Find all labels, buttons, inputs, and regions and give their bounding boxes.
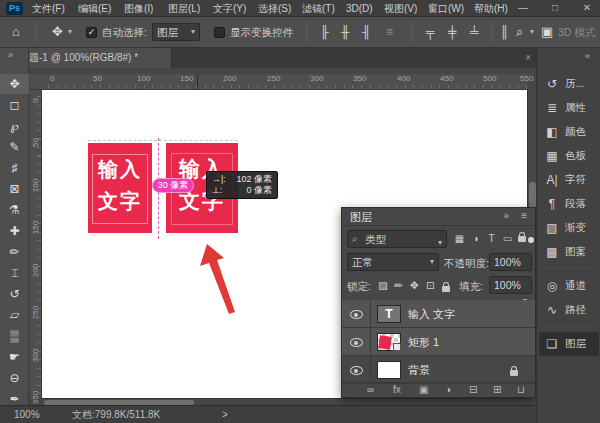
panel-tab-color[interactable]: ◧ 颜色 [539,120,599,144]
tool-lasso-icon[interactable]: ℘ [0,116,29,136]
visibility-eye-icon[interactable] [350,338,363,347]
tool-brush-icon[interactable]: ✏ [0,242,29,262]
tool-healing-icon[interactable]: ✚ [0,221,29,241]
panel-tab-paths[interactable]: ∿ 路径 [539,298,599,322]
filter-shape-layers-icon[interactable]: ▭ [500,230,515,248]
filter-type-layers-icon[interactable]: T [484,230,499,248]
text-layer-thumbnail[interactable]: T [377,305,401,323]
layer-row-text[interactable]: T 输入 文字 [342,300,535,328]
tool-preset-caret-icon[interactable]: ▾ [68,17,72,47]
tool-dodge-icon[interactable]: ⊖ [0,368,29,388]
visibility-eye-icon[interactable] [350,366,363,375]
panel-tab-channels[interactable]: ◎ 通道 [539,274,599,298]
adjustment-layer-icon[interactable]: ◑ [445,383,451,397]
move-tool-options-icon[interactable]: ✥ [52,17,63,47]
shape-layer-thumbnail[interactable] [377,333,401,351]
tool-move-icon[interactable]: ✥ [0,74,29,94]
filter-smart-object-icon[interactable] [514,230,529,248]
menu-3d[interactable]: 3D(D) [346,0,373,17]
layer-name[interactable]: 输入 文字 [408,307,455,322]
tool-gradient-icon[interactable]: ▒ [0,326,29,346]
auto-select-dropdown[interactable]: 图层 ▾ [152,23,200,41]
zoom-level[interactable]: 100% [14,406,40,423]
panel-tab-paragraph[interactable]: ¶ 段落 [539,192,599,216]
tab-close-icon[interactable]: × [525,48,531,68]
home-icon[interactable]: ⌂ [12,17,20,47]
tool-eyedropper-icon[interactable]: ⚗ [0,200,29,220]
align-right-icon[interactable]: ╢ [362,17,371,47]
dock-collapse-icon[interactable]: « [585,51,589,61]
lock-transparency-icon[interactable]: ▨ [378,279,388,291]
panel-tab-properties[interactable]: ≣ 属性 [539,96,599,120]
menu-image[interactable]: 图像(I) [124,0,153,17]
panel-tab-gradient[interactable]: ▧ 渐变 [539,216,599,240]
maximize-button[interactable]: □ [544,0,566,17]
status-chevron-icon[interactable]: > [222,406,228,423]
layer-name[interactable]: 矩形 1 [408,335,439,350]
layer-group-icon[interactable]: ⊟ [469,383,477,397]
menu-filter[interactable]: 滤镜(T) [302,0,335,17]
layer-filter-dropdown[interactable]: ⌕ 类型 ▾ [347,230,447,248]
tool-frame-icon[interactable]: ⊠ [0,179,29,199]
panel-menu-icon[interactable]: ≡ [521,210,527,221]
blend-mode-dropdown[interactable]: 正常 ▾ [347,253,439,271]
workspace-icon[interactable]: ▣ [541,17,553,47]
lock-artboard-icon[interactable]: ⊡ [426,279,435,291]
layer-mask-icon[interactable]: ▣ [419,383,428,397]
new-layer-icon[interactable]: ⊞ [493,383,501,397]
layer-row-rectangle[interactable]: 矩形 1 [342,328,535,356]
search-icon[interactable]: ⌕ [516,17,523,47]
panel-tab-swatches[interactable]: ▦ 色板 [539,144,599,168]
panel-tab-character[interactable]: A| 字符 [539,168,599,192]
menu-window[interactable]: 窗口(W) [428,0,464,17]
menu-edit[interactable]: 编辑(E) [78,0,111,17]
background-layer-thumbnail[interactable] [377,361,401,379]
opacity-dropdown[interactable]: 100% ▾ [489,253,532,271]
panel-collapse-icon[interactable]: » [503,210,509,221]
tool-stamp-icon[interactable]: ⌶ [0,263,29,283]
align-middle-icon[interactable]: ╪ [448,17,457,47]
align-bottom-icon[interactable]: ╧ [470,17,479,47]
align-top-icon[interactable]: ╤ [426,17,435,47]
lock-position-icon[interactable]: ✥ [410,279,419,291]
toolbar-collapse-icon[interactable]: » [8,50,12,60]
tool-eraser-icon[interactable]: ▱ [0,305,29,325]
horizontal-scrollbar[interactable] [42,398,527,405]
tool-marquee-icon[interactable]: ◻ [0,95,29,115]
vertical-scrollbar-thumb[interactable] [529,182,536,210]
lock-pixels-icon[interactable]: ✏ [394,279,403,291]
link-layers-icon[interactable]: ∞ [367,383,374,397]
panel-tab-pattern[interactable]: ▩ 图案 [539,240,599,264]
menu-select[interactable]: 选择(S) [258,0,291,17]
lock-all-icon[interactable] [442,282,450,294]
show-transform-checkbox[interactable] [214,27,225,38]
layer-row-background[interactable]: 背景 [342,356,535,384]
tool-crop-icon[interactable]: ♯ [0,158,29,178]
panel-tab-history[interactable]: ↺ 历... [539,72,599,96]
tool-quick-select-icon[interactable]: ✎ [0,137,29,157]
menu-help[interactable]: 帮助(H) [474,0,508,17]
auto-select-checkbox[interactable]: ✓ [86,27,97,38]
tool-smudge-icon[interactable]: ☛ [0,347,29,367]
layer-effects-icon[interactable]: fx [393,383,401,397]
filter-adjustment-layers-icon[interactable]: ◑ [468,230,483,248]
align-center-icon[interactable]: ╫ [341,17,350,47]
visibility-eye-icon[interactable] [350,310,363,319]
filter-pixel-layers-icon[interactable]: ▦ [452,230,467,248]
distribute-vertical-icon[interactable]: ║ [500,17,509,47]
filter-toggle-dot[interactable] [528,237,534,243]
align-left-icon[interactable]: ╟ [320,17,329,47]
panel-tab-layers[interactable]: ❏ 图层 [539,332,599,356]
menu-type[interactable]: 文字(Y) [213,0,246,17]
layers-panel-title[interactable]: 图层 [350,210,372,225]
distribute-horizontal-icon[interactable]: ≡ [386,17,393,47]
layer-name[interactable]: 背景 [408,363,430,378]
tool-history-brush-icon[interactable]: ↺ [0,284,29,304]
menu-layer[interactable]: 图层(L) [168,0,200,17]
menu-view[interactable]: 视图(V) [384,0,417,17]
minimize-button[interactable]: — [512,0,534,17]
close-button[interactable]: ✕ [576,0,598,17]
menu-file[interactable]: 文件(F) [32,0,65,17]
delete-layer-icon[interactable]: ⊔ [517,383,525,397]
fill-dropdown[interactable]: 100% ▾ [489,276,532,294]
